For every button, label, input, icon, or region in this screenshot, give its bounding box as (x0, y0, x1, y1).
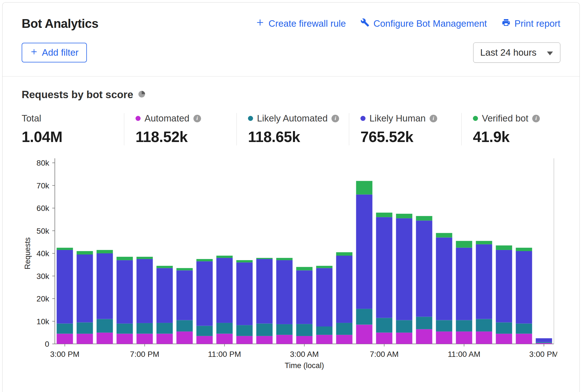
page-title: Bot Analytics (22, 17, 98, 31)
header-actions: Create firewall rule Configure Bot Manag… (256, 18, 560, 29)
pie-chart-icon (138, 90, 146, 99)
stats-row: Total 1.04M Automated i 118.52k Likely A… (22, 113, 560, 145)
stat-likely-automated: Likely Automated i 118.65k (236, 113, 349, 145)
printer-icon (502, 18, 511, 29)
automated-legend-dot (136, 116, 141, 121)
stat-likely-automated-value: 118.65k (248, 128, 349, 145)
stat-automated-label: Automated (145, 113, 190, 124)
svg-text:20k: 20k (37, 294, 49, 303)
svg-text:3:00 AM: 3:00 AM (290, 350, 319, 359)
stat-total-label: Total (22, 113, 41, 124)
svg-text:70k: 70k (37, 181, 49, 190)
chevron-down-icon (547, 47, 553, 58)
svg-text:11:00 AM: 11:00 AM (448, 350, 480, 359)
create-firewall-rule-label: Create firewall rule (269, 18, 346, 29)
svg-text:3:00 PM: 3:00 PM (529, 350, 557, 359)
svg-text:Requests: Requests (23, 237, 32, 269)
bot-analytics-card: Bot Analytics Create firewall rule Confi… (2, 2, 580, 392)
svg-text:Time (local): Time (local) (285, 361, 324, 370)
svg-text:3:00 PM: 3:00 PM (50, 350, 79, 359)
stat-automated-value: 118.52k (136, 128, 236, 145)
section-title: Requests by bot score (22, 89, 133, 101)
svg-text:7:00 AM: 7:00 AM (370, 350, 399, 359)
svg-text:30k: 30k (37, 272, 49, 281)
wrench-icon (360, 18, 369, 29)
card-header: Bot Analytics Create firewall rule Confi… (3, 3, 579, 76)
info-icon[interactable]: i (331, 115, 339, 122)
print-report-label: Print report (515, 18, 560, 29)
requests-by-bot-score-chart: 010k20k30k40k50k60k70k80k3:00 PM7:00 PM1… (22, 153, 560, 373)
stat-verified-bot-value: 41.9k (473, 128, 560, 145)
stat-likely-human-value: 765.52k (360, 128, 461, 145)
stat-likely-human-label: Likely Human (369, 113, 426, 124)
create-firewall-rule-link[interactable]: Create firewall rule (256, 18, 346, 29)
stat-verified-bot-label: Verified bot (482, 113, 528, 124)
plus-icon (256, 18, 265, 29)
info-icon[interactable]: i (193, 115, 201, 122)
time-range-dropdown[interactable]: Last 24 hours (473, 42, 560, 63)
stacked-bar-chart: 010k20k30k40k50k60k70k80k3:00 PM7:00 PM1… (22, 153, 557, 372)
stat-likely-human: Likely Human i 765.52k (349, 113, 461, 145)
svg-text:10k: 10k (37, 317, 49, 326)
time-range-value: Last 24 hours (480, 47, 536, 58)
svg-text:7:00 PM: 7:00 PM (130, 350, 159, 359)
svg-text:40k: 40k (37, 249, 49, 258)
info-icon[interactable]: i (532, 115, 540, 122)
stat-total-value: 1.04M (22, 128, 124, 145)
svg-text:11:00 PM: 11:00 PM (208, 350, 241, 359)
configure-bot-management-label: Configure Bot Management (373, 18, 487, 29)
svg-text:60k: 60k (37, 204, 49, 213)
add-filter-button[interactable]: Add filter (22, 43, 87, 62)
likely-human-legend-dot (360, 116, 366, 121)
plus-icon (30, 47, 38, 58)
print-report-link[interactable]: Print report (502, 18, 560, 29)
stat-total: Total 1.04M (22, 113, 124, 145)
verified-bot-legend-dot (473, 116, 478, 121)
card-content: Requests by bot score Total 1.04M Automa… (3, 76, 579, 373)
info-icon[interactable]: i (430, 115, 437, 122)
likely-automated-legend-dot (248, 116, 253, 121)
configure-bot-management-link[interactable]: Configure Bot Management (360, 18, 487, 29)
svg-text:80k: 80k (37, 159, 49, 167)
add-filter-label: Add filter (42, 47, 78, 58)
stat-likely-automated-label: Likely Automated (257, 113, 328, 124)
stat-verified-bot: Verified bot i 41.9k (461, 113, 560, 145)
svg-text:50k: 50k (37, 227, 49, 235)
stat-automated: Automated i 118.52k (124, 113, 236, 145)
svg-text:0: 0 (45, 340, 49, 348)
